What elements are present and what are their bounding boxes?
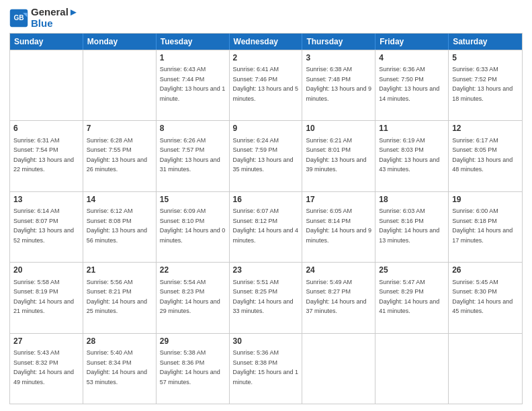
cell-info: Sunrise: 5:56 AM Sunset: 8:21 PM Dayligh… xyxy=(87,279,147,315)
cell-info: Sunrise: 5:47 AM Sunset: 8:29 PM Dayligh… xyxy=(379,279,439,315)
cal-cell-day-12: 12Sunrise: 6:17 AM Sunset: 8:05 PM Dayli… xyxy=(449,121,522,191)
cal-row-0: 1Sunrise: 6:43 AM Sunset: 7:44 PM Daylig… xyxy=(10,50,522,120)
cal-cell-day-7: 7Sunrise: 6:28 AM Sunset: 7:55 PM Daylig… xyxy=(83,121,157,191)
cell-info: Sunrise: 6:26 AM Sunset: 7:57 PM Dayligh… xyxy=(160,137,220,173)
header-day-tuesday: Tuesday xyxy=(157,34,230,50)
cell-info: Sunrise: 6:00 AM Sunset: 8:18 PM Dayligh… xyxy=(452,208,513,244)
cal-cell-day-2: 2Sunrise: 6:41 AM Sunset: 7:46 PM Daylig… xyxy=(230,50,303,120)
day-number: 21 xyxy=(87,265,152,276)
cal-cell-day-26: 26Sunrise: 5:45 AM Sunset: 8:30 PM Dayli… xyxy=(449,263,522,332)
cell-info: Sunrise: 6:03 AM Sunset: 8:16 PM Dayligh… xyxy=(379,208,439,244)
day-number: 28 xyxy=(87,336,152,347)
day-number: 29 xyxy=(160,336,226,347)
day-number: 1 xyxy=(160,52,226,64)
calendar-body: 1Sunrise: 6:43 AM Sunset: 7:44 PM Daylig… xyxy=(10,50,522,404)
cal-cell-day-15: 15Sunrise: 6:09 AM Sunset: 8:10 PM Dayli… xyxy=(157,192,230,262)
cal-cell-day-28: 28Sunrise: 5:40 AM Sunset: 8:34 PM Dayli… xyxy=(83,334,157,404)
cell-info: Sunrise: 5:36 AM Sunset: 8:38 PM Dayligh… xyxy=(233,349,299,385)
cal-cell-empty xyxy=(10,50,83,120)
day-number: 26 xyxy=(452,265,519,276)
cell-info: Sunrise: 5:38 AM Sunset: 8:36 PM Dayligh… xyxy=(160,349,220,385)
cal-cell-day-19: 19Sunrise: 6:00 AM Sunset: 8:18 PM Dayli… xyxy=(449,192,522,262)
cal-cell-day-29: 29Sunrise: 5:38 AM Sunset: 8:36 PM Dayli… xyxy=(157,334,230,404)
cell-info: Sunrise: 6:17 AM Sunset: 8:05 PM Dayligh… xyxy=(452,137,513,173)
logo-icon: GB xyxy=(9,9,28,28)
cell-info: Sunrise: 6:14 AM Sunset: 8:07 PM Dayligh… xyxy=(13,208,74,244)
cal-cell-day-9: 9Sunrise: 6:24 AM Sunset: 7:59 PM Daylig… xyxy=(230,121,303,191)
svg-text:GB: GB xyxy=(13,14,24,21)
header-day-thursday: Thursday xyxy=(302,34,375,50)
cal-cell-day-11: 11Sunrise: 6:19 AM Sunset: 8:03 PM Dayli… xyxy=(375,121,449,191)
day-number: 3 xyxy=(306,52,371,64)
day-number: 23 xyxy=(233,265,299,276)
day-number: 5 xyxy=(452,52,519,64)
header-day-sunday: Sunday xyxy=(10,34,83,50)
cell-info: Sunrise: 6:07 AM Sunset: 8:12 PM Dayligh… xyxy=(233,208,299,244)
header-day-monday: Monday xyxy=(83,34,157,50)
cal-cell-day-3: 3Sunrise: 6:38 AM Sunset: 7:48 PM Daylig… xyxy=(302,50,375,120)
cell-info: Sunrise: 5:40 AM Sunset: 8:34 PM Dayligh… xyxy=(87,349,147,385)
logo: GB General► Blue xyxy=(9,7,79,29)
cal-cell-empty xyxy=(302,334,375,404)
cal-cell-day-25: 25Sunrise: 5:47 AM Sunset: 8:29 PM Dayli… xyxy=(375,263,449,332)
cal-cell-day-13: 13Sunrise: 6:14 AM Sunset: 8:07 PM Dayli… xyxy=(10,192,83,262)
cell-info: Sunrise: 6:19 AM Sunset: 8:03 PM Dayligh… xyxy=(379,137,439,173)
day-number: 30 xyxy=(233,336,299,347)
logo-text: General► Blue xyxy=(31,7,79,29)
day-number: 2 xyxy=(233,52,299,64)
day-number: 13 xyxy=(13,194,79,205)
day-number: 18 xyxy=(379,194,445,205)
day-number: 14 xyxy=(87,194,152,205)
cell-info: Sunrise: 5:43 AM Sunset: 8:32 PM Dayligh… xyxy=(13,349,74,385)
cell-info: Sunrise: 6:31 AM Sunset: 7:54 PM Dayligh… xyxy=(13,137,74,173)
day-number: 22 xyxy=(160,265,226,276)
day-number: 12 xyxy=(452,123,519,134)
header-day-saturday: Saturday xyxy=(449,34,522,50)
day-number: 4 xyxy=(379,52,445,64)
cal-cell-day-8: 8Sunrise: 6:26 AM Sunset: 7:57 PM Daylig… xyxy=(157,121,230,191)
cal-cell-day-17: 17Sunrise: 6:05 AM Sunset: 8:14 PM Dayli… xyxy=(302,192,375,262)
cal-cell-day-21: 21Sunrise: 5:56 AM Sunset: 8:21 PM Dayli… xyxy=(83,263,157,332)
cal-row-2: 13Sunrise: 6:14 AM Sunset: 8:07 PM Dayli… xyxy=(10,191,522,262)
day-number: 27 xyxy=(13,336,79,347)
day-number: 9 xyxy=(233,123,299,134)
cal-cell-empty xyxy=(449,334,522,404)
cell-info: Sunrise: 5:54 AM Sunset: 8:23 PM Dayligh… xyxy=(160,279,220,315)
calendar: SundayMondayTuesdayWednesdayThursdayFrid… xyxy=(9,33,523,404)
cal-cell-day-24: 24Sunrise: 5:49 AM Sunset: 8:27 PM Dayli… xyxy=(302,263,375,332)
cell-info: Sunrise: 6:38 AM Sunset: 7:48 PM Dayligh… xyxy=(306,66,371,102)
cell-info: Sunrise: 6:12 AM Sunset: 8:08 PM Dayligh… xyxy=(87,208,147,244)
cell-info: Sunrise: 5:45 AM Sunset: 8:30 PM Dayligh… xyxy=(452,279,513,315)
day-number: 16 xyxy=(233,194,299,205)
day-number: 25 xyxy=(379,265,445,276)
cal-row-3: 20Sunrise: 5:58 AM Sunset: 8:19 PM Dayli… xyxy=(10,262,522,332)
cal-cell-day-14: 14Sunrise: 6:12 AM Sunset: 8:08 PM Dayli… xyxy=(83,192,157,262)
cell-info: Sunrise: 6:36 AM Sunset: 7:50 PM Dayligh… xyxy=(379,66,439,102)
calendar-page: GB General► Blue SundayMondayTuesdayWedn… xyxy=(0,0,532,411)
cal-cell-day-23: 23Sunrise: 5:51 AM Sunset: 8:25 PM Dayli… xyxy=(230,263,303,332)
day-number: 8 xyxy=(160,123,226,134)
cal-cell-day-5: 5Sunrise: 6:33 AM Sunset: 7:52 PM Daylig… xyxy=(449,50,522,120)
cal-cell-day-16: 16Sunrise: 6:07 AM Sunset: 8:12 PM Dayli… xyxy=(230,192,303,262)
cal-cell-day-6: 6Sunrise: 6:31 AM Sunset: 7:54 PM Daylig… xyxy=(10,121,83,191)
cell-info: Sunrise: 6:05 AM Sunset: 8:14 PM Dayligh… xyxy=(306,208,371,244)
day-number: 17 xyxy=(306,194,371,205)
day-number: 19 xyxy=(452,194,519,205)
day-number: 15 xyxy=(160,194,226,205)
cal-cell-day-10: 10Sunrise: 6:21 AM Sunset: 8:01 PM Dayli… xyxy=(302,121,375,191)
calendar-header: SundayMondayTuesdayWednesdayThursdayFrid… xyxy=(10,34,522,50)
cell-info: Sunrise: 6:09 AM Sunset: 8:10 PM Dayligh… xyxy=(160,208,226,244)
day-number: 6 xyxy=(13,123,79,134)
cal-cell-day-18: 18Sunrise: 6:03 AM Sunset: 8:16 PM Dayli… xyxy=(375,192,449,262)
day-number: 11 xyxy=(379,123,445,134)
header-day-friday: Friday xyxy=(375,34,449,50)
header-day-wednesday: Wednesday xyxy=(230,34,303,50)
cal-cell-day-27: 27Sunrise: 5:43 AM Sunset: 8:32 PM Dayli… xyxy=(10,334,83,404)
cal-cell-day-30: 30Sunrise: 5:36 AM Sunset: 8:38 PM Dayli… xyxy=(230,334,303,404)
cell-info: Sunrise: 6:21 AM Sunset: 8:01 PM Dayligh… xyxy=(306,137,366,173)
cal-row-4: 27Sunrise: 5:43 AM Sunset: 8:32 PM Dayli… xyxy=(10,333,522,404)
cell-info: Sunrise: 5:58 AM Sunset: 8:19 PM Dayligh… xyxy=(13,279,74,315)
day-number: 10 xyxy=(306,123,371,134)
cal-cell-day-4: 4Sunrise: 6:36 AM Sunset: 7:50 PM Daylig… xyxy=(375,50,449,120)
cal-cell-day-20: 20Sunrise: 5:58 AM Sunset: 8:19 PM Dayli… xyxy=(10,263,83,332)
